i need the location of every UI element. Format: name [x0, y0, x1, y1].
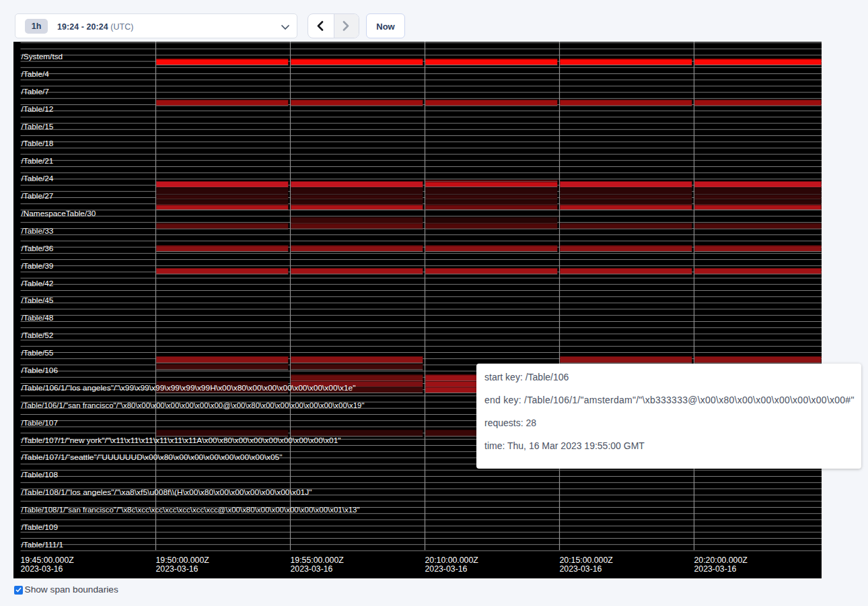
svg-text:/System/tsd: /System/tsd: [22, 52, 63, 61]
svg-text:/Table/27: /Table/27: [22, 191, 54, 201]
svg-text:2023-03-16: 2023-03-16: [425, 564, 468, 574]
svg-text:/Table/109: /Table/109: [22, 523, 58, 532]
svg-text:/Table/108: /Table/108: [22, 470, 59, 479]
svg-text:/Table/21: /Table/21: [22, 156, 54, 166]
svg-text:/Table/106/1/"san francisco"/": /Table/106/1/"san francisco"/"\x80\x00\x…: [22, 401, 365, 410]
svg-text:/Table/108/1/"san francisco"/": /Table/108/1/"san francisco"/"\x8c\xcc\x…: [22, 505, 360, 514]
svg-text:2023-03-16: 2023-03-16: [560, 564, 602, 574]
svg-text:/Table/7: /Table/7: [22, 87, 49, 96]
svg-text:/Table/108/1/"los angeles"/"\x: /Table/108/1/"los angeles"/"\xa8\xf5\u00…: [22, 487, 312, 497]
svg-text:/Table/12: /Table/12: [22, 104, 54, 114]
svg-text:/Table/15: /Table/15: [22, 122, 54, 131]
svg-text:/Table/39: /Table/39: [22, 261, 54, 271]
svg-text:/Table/107: /Table/107: [22, 418, 58, 428]
svg-text:2023-03-16: 2023-03-16: [21, 564, 63, 574]
svg-text:/Table/106/1/"los angeles"/"\x: /Table/106/1/"los angeles"/"\x99\x99\x99…: [22, 383, 356, 393]
svg-text:/Table/106: /Table/106: [22, 366, 59, 375]
svg-text:/Table/107/1/"seattle"/"UUUUUU: /Table/107/1/"seattle"/"UUUUUUD\x00\x80\…: [22, 452, 283, 462]
svg-text:2023-03-16: 2023-03-16: [694, 564, 737, 574]
svg-text:/Table/4: /Table/4: [22, 69, 50, 79]
svg-text:/Table/33: /Table/33: [22, 226, 54, 236]
svg-text:/Table/45: /Table/45: [22, 296, 54, 305]
svg-text:2023-03-16: 2023-03-16: [156, 564, 198, 574]
svg-text:/Table/24: /Table/24: [22, 174, 54, 183]
svg-text:/Table/111/1: /Table/111/1: [22, 540, 64, 549]
svg-text:/Table/42: /Table/42: [22, 279, 54, 288]
svg-text:/Table/48: /Table/48: [22, 313, 54, 323]
svg-text:/Table/52: /Table/52: [22, 331, 54, 340]
svg-text:/Table/107/1/"new york"/"\x11\: /Table/107/1/"new york"/"\x11\x11\x11\x1…: [22, 436, 341, 445]
svg-text:/NamespaceTable/30: /NamespaceTable/30: [22, 209, 96, 218]
svg-text:2023-03-16: 2023-03-16: [291, 564, 333, 574]
svg-text:/Table/18: /Table/18: [22, 139, 54, 148]
svg-text:/Table/55: /Table/55: [22, 348, 54, 358]
svg-text:/Table/36: /Table/36: [22, 244, 54, 253]
